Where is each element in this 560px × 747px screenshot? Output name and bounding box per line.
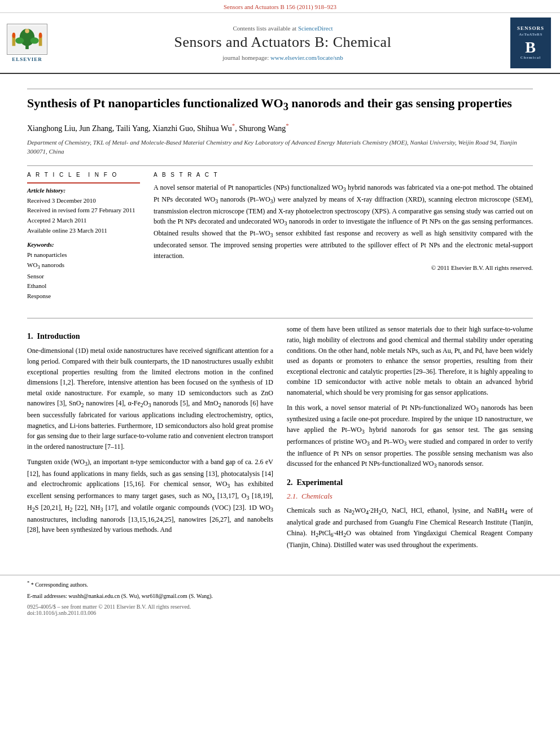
body-two-col: 1. Introduction One-dimensional (1D) met… <box>27 324 533 554</box>
section2-1-title: 2.1. Chemicals <box>287 492 533 501</box>
intro-para4: In this work, a novel sensor material of… <box>287 403 533 471</box>
article-title: Synthesis of Pt nanoparticles functional… <box>27 95 533 114</box>
two-col-section: A R T I C L E I N F O Article history: R… <box>27 172 533 307</box>
article-content: Synthesis of Pt nanoparticles functional… <box>0 74 560 563</box>
svg-point-4 <box>30 37 39 43</box>
intro-para1: One-dimensional (1D) metal oxide nanostr… <box>27 346 273 452</box>
elsevier-logo-section: ELSEVIER <box>7 18 58 68</box>
svg-point-5 <box>25 29 29 33</box>
chemicals-text: Chemicals such as Na2WO4·2H2O, NaCl, HCl… <box>287 505 533 550</box>
article-info-box: Article history: Received 3 December 201… <box>27 182 140 302</box>
body-left-col: 1. Introduction One-dimensional (1D) met… <box>27 324 273 554</box>
svg-point-7 <box>12 32 16 37</box>
journal-title-main: Sensors and Actuators B: Chemical <box>174 34 392 51</box>
divider-body <box>27 318 533 318</box>
journal-citation: Sensors and Actuators B 156 (2011) 918–9… <box>224 3 336 10</box>
abstract-text: A novel sensor material of Pt nanopartic… <box>154 182 533 261</box>
svg-point-9 <box>39 32 42 37</box>
article-footer: * * Corresponding authors. E-mail addres… <box>0 575 560 615</box>
affiliation: Department of Chemistry, TKL of Metal- a… <box>27 138 533 156</box>
journal-header: ELSEVIER Contents lists available at Sci… <box>0 13 560 74</box>
authors-line: Xianghong Liu, Jun Zhang, Taili Yang, Xi… <box>27 122 533 133</box>
abstract-col: A B S T R A C T A novel sensor material … <box>154 172 533 307</box>
top-bar: Sensors and Actuators B 156 (2011) 918–9… <box>0 0 560 13</box>
history-label: Article history: <box>27 187 140 194</box>
copyright-line: © 2011 Elsevier B.V. All rights reserved… <box>154 264 533 271</box>
sensors-badge-label: SENSORSAcTuAToRS <box>517 25 544 38</box>
article-dates: Received 3 December 2010 Received in rev… <box>27 196 140 235</box>
section1-title: 1. Introduction <box>27 332 273 341</box>
sensors-badge-section: SENSORSAcTuAToRS B Chemical <box>508 18 553 68</box>
sensors-badge: SENSORSAcTuAToRS B Chemical <box>510 18 551 68</box>
elsevier-logo: ELSEVIER <box>7 24 47 62</box>
divider-mid <box>27 165 533 166</box>
science-direct-link[interactable]: ScienceDirect <box>298 25 333 32</box>
svg-point-3 <box>15 37 24 43</box>
sensors-badge-b: B <box>525 40 536 55</box>
abstract-heading: A B S T R A C T <box>154 172 533 178</box>
footer-doi: 0925-4005/$ – see front matter © 2011 El… <box>27 604 533 616</box>
keywords-label: Keywords: <box>27 241 140 248</box>
elsevier-text: ELSEVIER <box>12 56 42 62</box>
page-wrapper: Sensors and Actuators B 156 (2011) 918–9… <box>0 0 560 747</box>
footnote-email: E-mail addresses: wushh@nankai.edu.cn (S… <box>27 592 533 600</box>
article-info-heading: A R T I C L E I N F O <box>27 172 140 178</box>
intro-para2: Tungsten oxide (WO3), an important n-typ… <box>27 457 273 535</box>
section2-title: 2. Experimental <box>287 478 533 487</box>
intro-para3: some of them have been utilized as senso… <box>287 324 533 397</box>
journal-homepage-link[interactable]: www.elsevier.com/locate/snb <box>270 54 343 61</box>
journal-homepage-line: journal homepage: www.elsevier.com/locat… <box>222 54 343 61</box>
article-info-col: A R T I C L E I N F O Article history: R… <box>27 172 140 307</box>
body-right-col: some of them have been utilized as senso… <box>287 324 533 554</box>
keywords-section: Keywords: Pt nanoparticles WO3 nanorods … <box>27 241 140 301</box>
footnote-corresponding: * * Corresponding authors. <box>27 580 533 589</box>
keywords-list: Pt nanoparticles WO3 nanorods Sensor Eth… <box>27 250 140 301</box>
sensors-badge-subtitle: Chemical <box>520 55 541 60</box>
science-direct-line: Contents lists available at ScienceDirec… <box>233 25 333 32</box>
divider-top <box>27 89 533 89</box>
journal-header-center: Contents lists available at ScienceDirec… <box>63 18 502 68</box>
elsevier-logo-box <box>7 24 47 55</box>
